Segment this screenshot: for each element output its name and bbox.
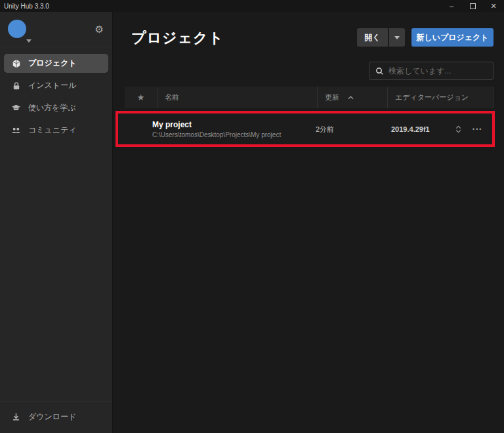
project-editor-version: 2019.4.29f1 (391, 125, 430, 133)
star-icon: ★ (137, 93, 145, 102)
project-options-button[interactable]: ••• (472, 126, 482, 133)
search-icon (375, 67, 384, 75)
download-icon (11, 412, 21, 422)
sidebar-item-label: プロジェクト (28, 58, 77, 69)
sidebar-item-community[interactable]: コミュニティ (4, 121, 108, 140)
column-header-updated[interactable]: 更新 (317, 87, 387, 108)
project-name: My project (152, 120, 281, 129)
project-info: My project C:\Users\tomos\Desktop\Projec… (152, 120, 281, 138)
gear-icon[interactable]: ⚙ (95, 24, 104, 34)
open-dropdown-button[interactable] (389, 28, 405, 47)
chevron-down-icon (455, 129, 461, 133)
highlight-rectangle: My project C:\Users\tomos\Desktop\Projec… (116, 111, 495, 147)
page-title: プロジェクト (131, 28, 224, 48)
sidebar-item-learn[interactable]: 使い方を学ぶ (4, 98, 108, 117)
sidebar-item-label: インストール (28, 80, 76, 91)
minimize-button[interactable]: – (441, 0, 462, 12)
maximize-icon (470, 3, 476, 9)
search-box[interactable] (369, 62, 494, 80)
main-panel: プロジェクト 開く 新しいプロジェクト ★ 名前 更新 (113, 12, 504, 433)
window-controls: – ✕ (441, 0, 504, 12)
project-path: C:\Users\tomos\Desktop\Projects\My proje… (152, 131, 281, 138)
people-icon (11, 125, 21, 135)
chevron-down-icon (394, 36, 400, 39)
column-header-editor-version[interactable]: エディターバージョン (387, 87, 494, 108)
sidebar-nav: プロジェクト インストール 使い方を学ぶ コミュニティ (0, 47, 112, 140)
title-bar: Unity Hub 3.3.0 – ✕ (0, 0, 504, 12)
table-header: ★ 名前 更新 エディターバージョン (125, 87, 494, 108)
sidebar-item-label: ダウンロード (28, 411, 76, 423)
sidebar-item-downloads[interactable]: ダウンロード (4, 407, 108, 426)
avatar[interactable] (8, 20, 26, 38)
sidebar-item-label: 使い方を学ぶ (28, 102, 76, 113)
maximize-button[interactable] (462, 0, 483, 12)
minimize-icon: – (450, 2, 453, 10)
sidebar-item-installs[interactable]: インストール (4, 76, 108, 95)
open-button[interactable]: 開く (357, 28, 388, 47)
sidebar-item-label: コミュニティ (28, 125, 77, 136)
window-title: Unity Hub 3.3.0 (0, 3, 441, 10)
new-project-button[interactable]: 新しいプロジェクト (411, 28, 494, 47)
column-header-name[interactable]: 名前 (157, 87, 317, 108)
chevron-up-icon (455, 125, 461, 129)
project-row[interactable]: My project C:\Users\tomos\Desktop\Projec… (118, 113, 492, 144)
version-selector[interactable] (455, 125, 461, 133)
sort-ascending-icon (348, 96, 354, 100)
close-icon: ✕ (490, 2, 496, 10)
account-dropdown-caret-icon[interactable] (26, 39, 32, 43)
sidebar: ⚙ プロジェクト インストール 使い方を学ぶ (0, 12, 113, 433)
sidebar-bottom: ダウンロード (0, 401, 112, 433)
close-button[interactable]: ✕ (483, 0, 504, 12)
cube-icon (11, 58, 21, 68)
project-updated: 2分前 (316, 124, 334, 134)
column-header-favorite[interactable]: ★ (125, 87, 157, 108)
open-split-button: 開く (357, 28, 405, 47)
lock-icon (11, 81, 21, 91)
graduation-cap-icon (11, 103, 21, 113)
search-input[interactable] (388, 66, 487, 75)
account-row: ⚙ (0, 12, 112, 47)
action-buttons: 開く 新しいプロジェクト (357, 28, 494, 47)
sidebar-item-projects[interactable]: プロジェクト (4, 54, 108, 73)
